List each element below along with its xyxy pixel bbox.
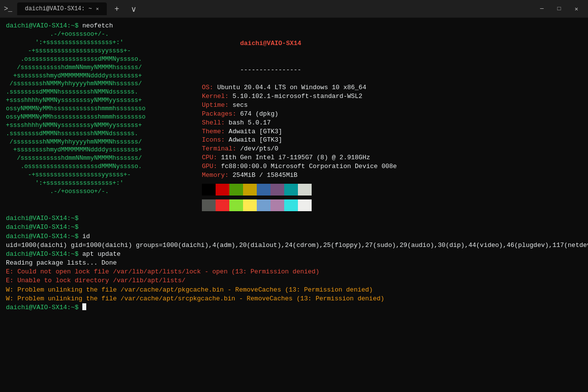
logo-line-12: +sssshhhhyNMMNyssssssssyNMMMyyssssss+ (6, 122, 197, 130)
info-icons: Icons: Adwaita [GTK3] (202, 136, 582, 145)
blank-prompt-2: daichi@VAIO-SX14:~$ (6, 223, 582, 232)
logo-line-7: /sssssssshNMMMyhhyyyyhmNMMMNhssssss/ (6, 80, 197, 88)
logo-line-16: /ssssssssssshdmmNNmmyNMMMMhssssss/ (6, 154, 197, 163)
tab-close-button[interactable]: ✕ (96, 6, 99, 12)
swatch-green (229, 184, 243, 196)
apt-output-reading: Reading package lists... Done (6, 259, 582, 268)
new-tab-button[interactable]: + (111, 3, 123, 14)
swatch-magenta (270, 184, 284, 196)
logo-line-10: ossyNMMMNyMMhsssssssssssshmmmhssssssso (6, 105, 197, 113)
neofetch-output: .-/+oossssoo+/-. ':+ssssssssssssssssss+:… (6, 30, 582, 213)
logo-line-19: ':+ssssssssssssssssss+:' (6, 179, 197, 188)
terminal-icon: >_ (4, 5, 12, 13)
neofetch-logo: .-/+oossssoo+/-. ':+ssssssssssssssssss+:… (6, 30, 197, 213)
info-uptime: Uptime: secs (202, 101, 582, 110)
user-host-line: daichi@VAIO-SX14 (202, 30, 582, 57)
swatch-cyan (284, 184, 298, 196)
neofetch-info: daichi@VAIO-SX14 ---------------- OS: Ub… (197, 30, 582, 213)
info-cpu: CPU: 11th Gen Intel i7-1195G7 (8) @ 2.91… (202, 153, 582, 162)
logo-line-17: .osssssssssssssssssssdMMMNysssso. (6, 163, 197, 171)
logo-line-1: .-/+oossssoo+/-. (6, 30, 197, 39)
window-controls: ─ □ ✕ (534, 3, 584, 15)
logo-line-2: ':+ssssssssssssssssss+:' (6, 39, 197, 47)
info-kernel: Kernel: 5.10.102.1-microsoft-standard-WS… (202, 92, 582, 101)
maximize-button[interactable]: □ (552, 3, 567, 15)
prompt-text: daichi@VAIO-SX14:~$ (6, 214, 78, 223)
prompt-apt-cmd: daichi@VAIO-SX14:~$ apt update (6, 250, 582, 259)
apt-warn-1: W: Problem unlinking the file /var/cache… (6, 286, 582, 294)
terminal-content[interactable]: daichi@VAIO-SX14:~$ neofetch .-/+oosssso… (0, 18, 588, 392)
minimize-button[interactable]: ─ (534, 3, 549, 15)
apt-warn-2: W: Problem unlinking the file /var/cache… (6, 294, 582, 303)
logo-line-20: .-/+oossssoo+/-. (6, 188, 197, 196)
prompt-id-cmd: daichi@VAIO-SX14:~$ id (6, 232, 582, 241)
info-theme: Theme: Adwaita [GTK3] (202, 127, 582, 136)
tab-label: daichi@VAIO-SX14: ~ (25, 5, 92, 12)
swatch-bright-red (216, 199, 229, 211)
prompt-text: daichi@VAIO-SX14:~$ (6, 250, 78, 259)
separator-text: ---------------- (240, 66, 301, 74)
swatch-bright-green (229, 199, 243, 211)
user-host-text: daichi@VAIO-SX14 (240, 40, 301, 47)
swatch-white (298, 184, 312, 196)
info-gpu: GPU: fc88:00:00.0 Microsoft Corporation … (202, 162, 582, 171)
logo-line-13: .ssssssssdMMMNhsssssssshNMMNdssssss. (6, 130, 197, 138)
logo-line-5: /ssssssssssshdmmNNmmyNMMMMhssssss/ (6, 64, 197, 72)
apt-error-1: E: Could not open lock file /var/lib/apt… (6, 268, 582, 276)
info-memory: Memory: 254MiB / 15845MiB (202, 171, 582, 180)
info-os: OS: Ubuntu 20.04.4 LTS on Windows 10 x86… (202, 83, 582, 92)
swatch-yellow (243, 184, 257, 196)
swatch-bright-black (202, 199, 216, 211)
swatch-bright-cyan (284, 199, 298, 211)
titlebar: >_ daichi@VAIO-SX14: ~ ✕ + ∨ ─ □ ✕ (0, 0, 588, 18)
swatch-red (216, 184, 229, 196)
active-tab[interactable]: daichi@VAIO-SX14: ~ ✕ (17, 2, 107, 15)
logo-line-11: ossyNMMMNyMMhsssssssssssshmmmhssssssso (6, 113, 197, 122)
logo-line-18: -+ssssssssssssssssssyyssss+- (6, 171, 197, 179)
prompt-text: daichi@VAIO-SX14:~$ (6, 223, 78, 232)
blank-prompt-1: daichi@VAIO-SX14:~$ (6, 214, 582, 223)
swatch-black (202, 184, 216, 196)
logo-line-14: /sssssssshNMMMyhhyyyyhmNMMMNhssssss/ (6, 138, 197, 147)
prompt-text: daichi@VAIO-SX14:~$ (6, 232, 78, 241)
info-terminal: Terminal: /dev/pts/0 (202, 145, 582, 153)
logo-line-8: .ssssssssdMMMNhsssssssshNMMNdssssss. (6, 88, 197, 97)
swatch-bright-white (298, 199, 312, 211)
final-cmd (78, 303, 82, 312)
prompt-text: daichi@VAIO-SX14:~$ (6, 22, 78, 30)
final-prompt-text: daichi@VAIO-SX14:~$ (6, 303, 78, 312)
info-shell: Shell: bash 5.0.17 (202, 119, 582, 127)
command-neofetch: neofetch (78, 22, 113, 30)
color-strip-2 (202, 199, 582, 211)
cursor (82, 303, 86, 310)
info-packages: Packages: 674 (dpkg) (202, 110, 582, 119)
separator-line: ---------------- (202, 57, 582, 83)
logo-line-15: +sssssssshmydMMMMMMMNddddyssssssss+ (6, 146, 197, 154)
logo-line-4: .osssssssssssssssssssdMMMNysssso. (6, 55, 197, 64)
prompt-line-neofetch: daichi@VAIO-SX14:~$ neofetch (6, 22, 582, 30)
terminal-window: >_ daichi@VAIO-SX14: ~ ✕ + ∨ ─ □ ✕ daich… (0, 0, 588, 392)
swatch-bright-yellow (243, 199, 257, 211)
swatch-bright-magenta (270, 199, 284, 211)
final-prompt: daichi@VAIO-SX14:~$ (6, 303, 582, 312)
logo-line-9: +sssshhhhyNMMNyssssssssyNMMMyyssssss+ (6, 97, 197, 105)
close-button[interactable]: ✕ (569, 3, 584, 15)
logo-line-3: -+ssssssssssssssssssyyssss+- (6, 47, 197, 55)
dropdown-button[interactable]: ∨ (127, 3, 141, 15)
cmd-id: id (78, 232, 90, 241)
apt-error-2: E: Unable to lock directory /var/lib/apt… (6, 276, 582, 285)
swatch-blue (257, 184, 270, 196)
id-output: uid=1000(daichi) gid=1000(daichi) groups… (6, 241, 582, 250)
cmd-apt: apt update (78, 250, 121, 259)
color-strip-1 (202, 184, 582, 196)
logo-line-6: +sssssssshmydMMMMMMMNddddyssssssss+ (6, 72, 197, 80)
swatch-bright-blue (257, 199, 270, 211)
